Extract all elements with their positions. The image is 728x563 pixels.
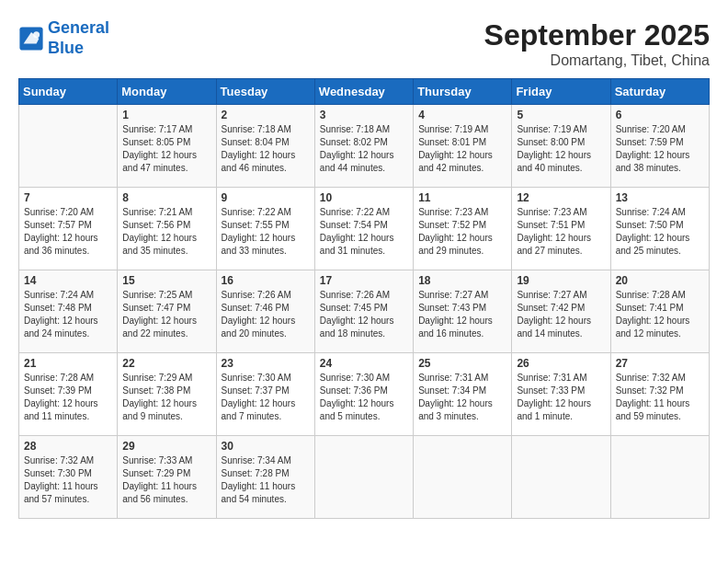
day-info: Sunrise: 7:21 AM Sunset: 7:56 PM Dayligh… [122, 206, 210, 258]
logo-line1: General [48, 18, 109, 37]
calendar-cell: 4Sunrise: 7:19 AM Sunset: 8:01 PM Daylig… [414, 105, 512, 188]
day-number: 16 [222, 274, 310, 287]
day-number: 11 [418, 191, 506, 204]
calendar-cell: 1Sunrise: 7:17 AM Sunset: 8:05 PM Daylig… [118, 105, 216, 188]
calendar-cell: 5Sunrise: 7:19 AM Sunset: 8:00 PM Daylig… [512, 105, 610, 188]
calendar-cell: 24Sunrise: 7:30 AM Sunset: 7:36 PM Dayli… [314, 353, 413, 436]
day-info: Sunrise: 7:25 AM Sunset: 7:47 PM Dayligh… [122, 289, 210, 340]
day-info: Sunrise: 7:29 AM Sunset: 7:38 PM Dayligh… [122, 372, 210, 423]
day-info: Sunrise: 7:28 AM Sunset: 7:39 PM Dayligh… [24, 372, 112, 423]
day-info: Sunrise: 7:20 AM Sunset: 7:59 PM Dayligh… [616, 123, 704, 175]
day-number: 3 [320, 109, 408, 121]
day-number: 12 [517, 191, 605, 204]
day-number: 4 [418, 109, 506, 121]
col-header-tuesday: Tuesday [216, 79, 314, 105]
day-number: 1 [122, 109, 210, 121]
calendar-cell: 8Sunrise: 7:21 AM Sunset: 7:56 PM Daylig… [118, 188, 216, 270]
logo: General Blue [18, 18, 109, 58]
day-number: 14 [24, 274, 112, 287]
day-number: 8 [122, 191, 210, 204]
calendar-week-3: 14Sunrise: 7:24 AM Sunset: 7:48 PM Dayli… [19, 270, 710, 353]
logo-line2: Blue [48, 39, 84, 57]
calendar-week-5: 28Sunrise: 7:32 AM Sunset: 7:30 PM Dayli… [19, 436, 710, 519]
day-number: 30 [222, 440, 310, 453]
calendar-cell [314, 436, 413, 519]
day-info: Sunrise: 7:24 AM Sunset: 7:48 PM Dayligh… [24, 289, 112, 340]
day-info: Sunrise: 7:27 AM Sunset: 7:43 PM Dayligh… [418, 289, 506, 340]
day-number: 2 [222, 109, 310, 121]
location-heading: Domartang, Tibet, China [484, 52, 710, 69]
day-number: 9 [222, 191, 310, 204]
day-info: Sunrise: 7:22 AM Sunset: 7:54 PM Dayligh… [320, 206, 408, 258]
day-info: Sunrise: 7:32 AM Sunset: 7:30 PM Dayligh… [24, 454, 112, 506]
day-number: 13 [616, 191, 704, 204]
calendar-cell: 29Sunrise: 7:33 AM Sunset: 7:29 PM Dayli… [118, 436, 216, 519]
calendar-cell [512, 436, 610, 519]
calendar-cell: 14Sunrise: 7:24 AM Sunset: 7:48 PM Dayli… [19, 270, 118, 353]
calendar-cell: 27Sunrise: 7:32 AM Sunset: 7:32 PM Dayli… [610, 353, 709, 436]
day-number: 27 [616, 357, 704, 370]
calendar-table: SundayMondayTuesdayWednesdayThursdayFrid… [18, 78, 710, 519]
day-info: Sunrise: 7:22 AM Sunset: 7:55 PM Dayligh… [222, 206, 310, 258]
calendar-cell: 13Sunrise: 7:24 AM Sunset: 7:50 PM Dayli… [610, 188, 709, 270]
day-number: 10 [320, 191, 408, 204]
calendar-cell: 22Sunrise: 7:29 AM Sunset: 7:38 PM Dayli… [118, 353, 216, 436]
day-info: Sunrise: 7:26 AM Sunset: 7:46 PM Dayligh… [222, 289, 310, 340]
day-number: 26 [517, 357, 605, 370]
calendar-cell: 28Sunrise: 7:32 AM Sunset: 7:30 PM Dayli… [19, 436, 118, 519]
calendar-cell: 12Sunrise: 7:23 AM Sunset: 7:51 PM Dayli… [512, 188, 610, 270]
calendar-header-row: SundayMondayTuesdayWednesdayThursdayFrid… [19, 79, 710, 105]
calendar-cell [414, 436, 512, 519]
day-info: Sunrise: 7:23 AM Sunset: 7:52 PM Dayligh… [418, 206, 506, 258]
day-info: Sunrise: 7:19 AM Sunset: 8:00 PM Dayligh… [517, 123, 605, 175]
day-number: 23 [222, 357, 310, 370]
day-info: Sunrise: 7:27 AM Sunset: 7:42 PM Dayligh… [517, 289, 605, 340]
day-number: 20 [616, 274, 704, 287]
col-header-sunday: Sunday [19, 79, 118, 105]
day-info: Sunrise: 7:19 AM Sunset: 8:01 PM Dayligh… [418, 123, 506, 175]
day-number: 19 [517, 274, 605, 287]
calendar-cell: 23Sunrise: 7:30 AM Sunset: 7:37 PM Dayli… [216, 353, 314, 436]
day-number: 17 [320, 274, 408, 287]
calendar-week-1: 1Sunrise: 7:17 AM Sunset: 8:05 PM Daylig… [19, 105, 710, 188]
page-header: General Blue September 2025 Domartang, T… [18, 18, 710, 69]
day-number: 22 [122, 357, 210, 370]
day-info: Sunrise: 7:32 AM Sunset: 7:32 PM Dayligh… [616, 372, 704, 423]
day-number: 5 [517, 109, 605, 121]
day-number: 29 [122, 440, 210, 453]
calendar-cell: 10Sunrise: 7:22 AM Sunset: 7:54 PM Dayli… [314, 188, 413, 270]
svg-point-2 [33, 31, 40, 38]
logo-icon [18, 26, 44, 52]
day-number: 7 [24, 191, 112, 204]
calendar-cell [610, 436, 709, 519]
day-info: Sunrise: 7:33 AM Sunset: 7:29 PM Dayligh… [122, 454, 210, 506]
calendar-week-2: 7Sunrise: 7:20 AM Sunset: 7:57 PM Daylig… [19, 188, 710, 270]
day-number: 24 [320, 357, 408, 370]
month-title: September 2025 Domartang, Tibet, China [484, 18, 710, 69]
day-info: Sunrise: 7:18 AM Sunset: 8:02 PM Dayligh… [320, 123, 408, 175]
calendar-cell: 17Sunrise: 7:26 AM Sunset: 7:45 PM Dayli… [314, 270, 413, 353]
calendar-cell: 16Sunrise: 7:26 AM Sunset: 7:46 PM Dayli… [216, 270, 314, 353]
calendar-cell: 11Sunrise: 7:23 AM Sunset: 7:52 PM Dayli… [414, 188, 512, 270]
col-header-thursday: Thursday [414, 79, 512, 105]
calendar-cell: 30Sunrise: 7:34 AM Sunset: 7:28 PM Dayli… [216, 436, 314, 519]
calendar-cell: 21Sunrise: 7:28 AM Sunset: 7:39 PM Dayli… [19, 353, 118, 436]
calendar-cell: 26Sunrise: 7:31 AM Sunset: 7:33 PM Dayli… [512, 353, 610, 436]
day-info: Sunrise: 7:34 AM Sunset: 7:28 PM Dayligh… [222, 454, 310, 506]
day-info: Sunrise: 7:31 AM Sunset: 7:33 PM Dayligh… [517, 372, 605, 423]
calendar-cell: 25Sunrise: 7:31 AM Sunset: 7:34 PM Dayli… [414, 353, 512, 436]
day-info: Sunrise: 7:26 AM Sunset: 7:45 PM Dayligh… [320, 289, 408, 340]
col-header-wednesday: Wednesday [314, 79, 413, 105]
day-number: 15 [122, 274, 210, 287]
day-number: 21 [24, 357, 112, 370]
day-info: Sunrise: 7:28 AM Sunset: 7:41 PM Dayligh… [616, 289, 704, 340]
calendar-week-4: 21Sunrise: 7:28 AM Sunset: 7:39 PM Dayli… [19, 353, 710, 436]
day-number: 25 [418, 357, 506, 370]
day-info: Sunrise: 7:23 AM Sunset: 7:51 PM Dayligh… [517, 206, 605, 258]
day-number: 6 [616, 109, 704, 121]
col-header-monday: Monday [118, 79, 216, 105]
calendar-cell: 7Sunrise: 7:20 AM Sunset: 7:57 PM Daylig… [19, 188, 118, 270]
day-info: Sunrise: 7:30 AM Sunset: 7:36 PM Dayligh… [320, 372, 408, 423]
col-header-friday: Friday [512, 79, 610, 105]
calendar-cell: 19Sunrise: 7:27 AM Sunset: 7:42 PM Dayli… [512, 270, 610, 353]
